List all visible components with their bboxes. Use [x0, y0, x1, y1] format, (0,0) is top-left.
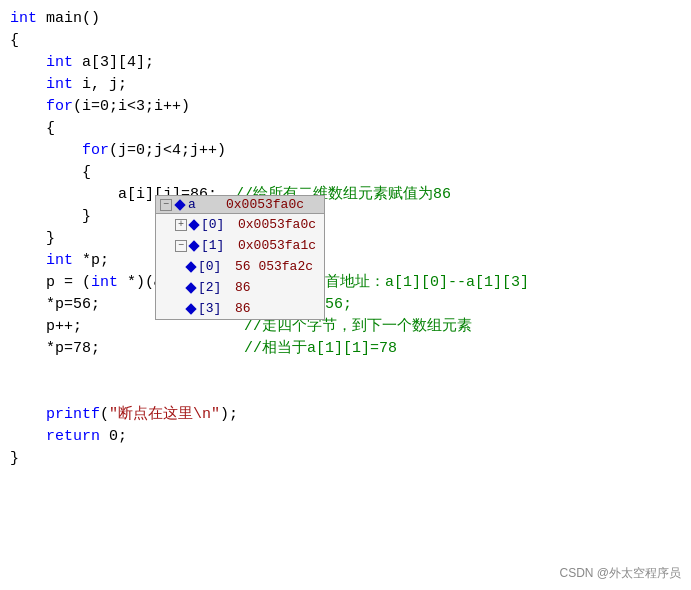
code-line: p++; //走四个字节，到下一个数组元素 [10, 316, 681, 338]
code-line: for(i=0;i<3;i++) [10, 96, 681, 118]
code-line: int main() [10, 8, 681, 30]
diamond-icon-1 [188, 240, 199, 251]
watch-name-1-0: [0] [198, 257, 228, 276]
keyword-int: int [46, 54, 73, 71]
code-area: int main() { int a[3][4]; int i, j; for(… [0, 0, 691, 590]
watch-val-a: 0x0053fa0c [226, 197, 304, 212]
keyword-printf: printf [46, 406, 100, 423]
code-line: } [10, 206, 681, 228]
watch-val-1-0: 56 053fa2c [235, 257, 313, 276]
code-line: p = (int *)(&a[1][0]); //第一行首地址：a[1][0]-… [10, 272, 681, 294]
diamond-icon-1-3 [185, 303, 196, 314]
expand-icon-0[interactable]: + [175, 219, 187, 231]
watch-row-1-0[interactable]: [0] 56 053fa2c [156, 256, 324, 277]
diamond-icon-0 [188, 219, 199, 230]
watch-row-1-3[interactable]: [3] 86 [156, 298, 324, 319]
code-line: for(j=0;j<4;j++) [10, 140, 681, 162]
diamond-icon-a [174, 199, 185, 210]
watch-name-1: [1] [201, 236, 231, 255]
code-line: int a[3][4]; [10, 52, 681, 74]
code-line: *p=78; //相当于a[1][1]=78 [10, 338, 681, 360]
comment-pp: //走四个字节，到下一个数组元素 [244, 318, 472, 335]
code-line: { [10, 162, 681, 184]
watch-row-0[interactable]: + [0] 0x0053fa0c [156, 214, 324, 235]
keyword-return: return [46, 428, 100, 445]
code-line: { [10, 30, 681, 52]
code-line [10, 382, 681, 404]
watch-val-1-2: 86 [235, 278, 251, 297]
diamond-icon-1-2 [185, 282, 196, 293]
watch-name-1-3: [3] [198, 299, 228, 318]
watermark: CSDN @外太空程序员 [559, 565, 681, 582]
keyword-for: for [46, 98, 73, 115]
code-line: } [10, 448, 681, 470]
watch-row-1[interactable]: − [1] 0x0053fa1c [156, 235, 324, 256]
keyword-int: int [46, 76, 73, 93]
watch-val-1-3: 86 [235, 299, 251, 318]
watch-name-1-2: [2] [198, 278, 228, 297]
comment-p78: //相当于a[1][1]=78 [244, 340, 397, 357]
code-line: int i, j; [10, 74, 681, 96]
code-line: return 0; [10, 426, 681, 448]
watch-name-0: [0] [201, 215, 231, 234]
keyword-int3: int [91, 274, 118, 291]
keyword-for2: for [82, 142, 109, 159]
string-printf: "断点在这里\n" [109, 406, 220, 423]
code-line: a[i][j]=86; //给所有二维数组元素赋值为86 [10, 184, 681, 206]
collapse-icon-1[interactable]: − [175, 240, 187, 252]
watch-row-1-2[interactable]: [2] 86 [156, 277, 324, 298]
watch-name-a: a [188, 197, 218, 212]
diamond-icon-1-0 [185, 261, 196, 272]
code-line: printf("断点在这里\n"); [10, 404, 681, 426]
code-line: int *p; [10, 250, 681, 272]
watch-val-0: 0x0053fa0c [238, 215, 316, 234]
watch-popup[interactable]: − a 0x0053fa0c + [0] 0x0053fa0c − [1] 0x… [155, 195, 325, 320]
keyword-int2: int [46, 252, 73, 269]
code-line: *p=56; /a[1][0]=56; [10, 294, 681, 316]
collapse-icon-a[interactable]: − [160, 199, 172, 211]
code-line: } [10, 228, 681, 250]
code-line [10, 360, 681, 382]
watch-header[interactable]: − a 0x0053fa0c [156, 196, 324, 214]
code-line: { [10, 118, 681, 140]
watch-val-1: 0x0053fa1c [238, 236, 316, 255]
keyword-int: int [10, 10, 37, 27]
